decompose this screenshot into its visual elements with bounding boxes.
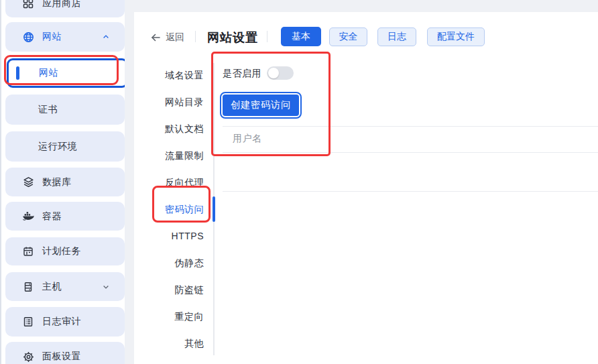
page-background-strip bbox=[125, 0, 598, 12]
sidebar-item-website[interactable]: 网站 bbox=[7, 58, 128, 88]
tab-label: 配置文件 bbox=[437, 31, 475, 43]
sidebar-item-label: 计划任务 bbox=[42, 245, 81, 257]
globe-icon bbox=[22, 31, 34, 43]
sidebar: 应用商店 网站 网站 证书 bbox=[0, 0, 134, 364]
docker-whale-icon bbox=[22, 210, 34, 223]
sidebar-item-label: 容器 bbox=[42, 210, 62, 223]
tab-label: 安全 bbox=[339, 31, 358, 43]
sidebar-item-label: 运行环境 bbox=[38, 141, 77, 153]
table-column-username: 用户名 bbox=[233, 133, 262, 145]
active-indicator bbox=[16, 66, 19, 80]
log-list-icon bbox=[22, 316, 34, 328]
sidebar-item-panel-settings[interactable]: 面板设置 bbox=[5, 342, 125, 364]
sidebar-item-runtime[interactable]: 运行环境 bbox=[5, 131, 125, 162]
submenu-item-domain-settings[interactable]: 域名设置 bbox=[134, 62, 204, 88]
sidebar-item-label: 数据库 bbox=[42, 176, 72, 188]
submenu-item-anti-leech[interactable]: 防盗链 bbox=[134, 276, 204, 303]
submenu-item-site-directory[interactable]: 网站目录 bbox=[134, 88, 204, 115]
submenu-item-rewrite[interactable]: 伪静态 bbox=[134, 249, 204, 276]
sidebar-item-database[interactable]: 数据库 bbox=[5, 168, 125, 196]
header-divider bbox=[267, 31, 267, 42]
sidebar-item-certificate[interactable]: 证书 bbox=[5, 95, 125, 125]
sidebar-item-container[interactable]: 容器 bbox=[5, 202, 125, 231]
tab-label: 日志 bbox=[387, 31, 406, 43]
sidebar-item-label: 应用商店 bbox=[42, 0, 81, 9]
table-header-top-border bbox=[223, 126, 598, 127]
submenu-active-bar bbox=[213, 196, 215, 222]
sidebar-item-website-group[interactable]: 网站 bbox=[5, 22, 125, 52]
sidebar-item-log-audit[interactable]: 日志审计 bbox=[5, 307, 125, 337]
sidebar-left-border bbox=[0, 0, 1, 364]
table-header-bottom-border bbox=[223, 152, 598, 153]
calendar-icon bbox=[22, 245, 34, 257]
back-arrow-icon bbox=[150, 32, 161, 43]
tab-config-file[interactable]: 配置文件 bbox=[427, 27, 485, 46]
submenu-item-https[interactable]: HTTPS bbox=[134, 223, 204, 249]
server-icon bbox=[22, 281, 34, 293]
submenu-item-traffic-limit[interactable]: 流量限制 bbox=[134, 142, 204, 169]
submenu-item-other[interactable]: 其他 bbox=[134, 330, 204, 357]
page-background-gutter bbox=[125, 0, 134, 364]
sidebar-item-label: 网站 bbox=[39, 67, 58, 79]
sidebar-item-label: 面板设置 bbox=[42, 351, 81, 363]
submenu-item-redirect[interactable]: 重定向 bbox=[134, 303, 204, 330]
header-divider bbox=[195, 31, 196, 42]
toggle-knob bbox=[268, 68, 279, 78]
tab-label: 基本 bbox=[292, 31, 310, 43]
sidebar-item-label: 日志审计 bbox=[42, 316, 81, 328]
submenu-item-reverse-proxy[interactable]: 反向代理 bbox=[134, 169, 204, 196]
enable-label: 是否启用 bbox=[223, 68, 261, 80]
submenu-item-default-doc[interactable]: 默认文档 bbox=[134, 115, 204, 142]
chevron-down-icon bbox=[102, 283, 110, 291]
gear-icon bbox=[22, 351, 34, 363]
sidebar-item-label: 网站 bbox=[42, 31, 62, 43]
table-empty-row-border bbox=[223, 191, 598, 192]
tab-logs[interactable]: 日志 bbox=[377, 27, 416, 46]
submenu-item-password-access[interactable]: 密码访问 bbox=[134, 196, 204, 223]
app-root: 应用商店 网站 网站 证书 bbox=[0, 0, 598, 364]
create-password-access-button[interactable]: 创建密码访问 bbox=[223, 95, 299, 116]
layers-icon bbox=[22, 176, 34, 188]
sidebar-item-label: 证书 bbox=[38, 104, 58, 116]
sidebar-item-host[interactable]: 主机 bbox=[5, 272, 125, 301]
chevron-up-icon bbox=[102, 33, 110, 41]
back-button[interactable]: 返回 bbox=[150, 32, 184, 44]
sidebar-item-app-store[interactable]: 应用商店 bbox=[5, 0, 125, 17]
sidebar-item-label: 主机 bbox=[42, 281, 62, 293]
page-title: 网站设置 bbox=[207, 29, 258, 46]
tab-basic[interactable]: 基本 bbox=[281, 27, 321, 46]
back-label: 返回 bbox=[166, 32, 184, 44]
tab-security[interactable]: 安全 bbox=[329, 27, 367, 46]
enable-toggle[interactable] bbox=[267, 66, 294, 80]
app-store-icon bbox=[22, 0, 34, 9]
sidebar-item-cronjob[interactable]: 计划任务 bbox=[5, 237, 125, 265]
